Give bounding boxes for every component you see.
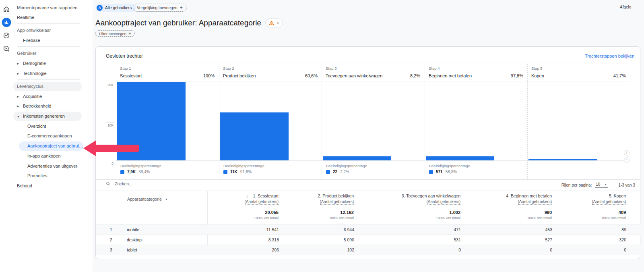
funnel-bar-beginnen-betalen bbox=[426, 156, 494, 160]
pagination-bar: Rijen per pagina: 10▼ 1-3 van 3 bbox=[561, 180, 635, 190]
all-users-chip[interactable]: A Alle gebruikers bbox=[95, 4, 136, 12]
funnel-title: Gesloten trechter bbox=[106, 53, 143, 59]
step-label: Kopen bbox=[531, 73, 544, 78]
date-range-selector[interactable]: Afgelo bbox=[620, 5, 644, 9]
tutorial-arrow-pointer bbox=[83, 140, 140, 156]
column-header-toevoegen-winkelwagen[interactable]: 3. Toevoegen aan winkelwagen (Aantal geb… bbox=[364, 193, 460, 220]
step-number: Stap 1 bbox=[120, 66, 219, 71]
sidebar-divider bbox=[17, 23, 80, 24]
ga4-purchase-journey-screen: Momentopname van rapporten Realtime App-… bbox=[0, 0, 644, 272]
funnel-column-4: Stap 4 Beginnen met betalen97,8% Beëindi… bbox=[425, 64, 527, 179]
column-header-product-bekijken[interactable]: 2. Product bekijken (Aantal gebruikers) … bbox=[257, 193, 354, 220]
row-dimension: tablet bbox=[127, 247, 137, 252]
y-tick-label-0: 0 bbox=[101, 162, 114, 166]
abandonment-block: Beëindigingspercentage 7,9K39,4% bbox=[120, 164, 161, 174]
audience-avatar: A bbox=[97, 5, 103, 11]
chart-zoom-in-button[interactable]: + bbox=[624, 150, 630, 156]
rows-per-page-select[interactable]: 10▼ bbox=[595, 182, 608, 188]
step-number: Stap 4 bbox=[429, 66, 527, 71]
row-dimension: mobile bbox=[127, 227, 139, 232]
chevron-down-icon: ▼ bbox=[604, 183, 607, 186]
legend-square-icon bbox=[223, 170, 227, 174]
y-tick-label-10k: 10K bbox=[101, 123, 114, 127]
triangle-right-icon: ▶ bbox=[17, 102, 19, 111]
step-label: Beginnen met betalen bbox=[429, 73, 472, 78]
funnel-bar-kopen bbox=[528, 159, 597, 160]
legend-square-icon bbox=[326, 170, 330, 174]
column-header-kopen[interactable]: 5. Kopen (Aantal gebruikers) 409 100% va… bbox=[529, 193, 626, 220]
sidebar-divider bbox=[17, 79, 80, 80]
legend-square-icon bbox=[429, 170, 433, 174]
row-index: 2 bbox=[110, 237, 112, 242]
abandonment-block: Beëindigingspercentage 11K91,8% bbox=[223, 164, 264, 174]
table-row-desktop: 2 desktop 8.318 5.090 531 527 320 bbox=[96, 235, 640, 245]
funnel-bar-toevoegen-winkelwagen bbox=[323, 156, 391, 160]
report-nav-sidebar: Momentopname van rapporten Realtime App-… bbox=[13, 0, 93, 272]
data-quality-dropdown[interactable]: ▼ bbox=[265, 19, 283, 27]
home-icon[interactable] bbox=[3, 6, 10, 15]
advertising-icon[interactable] bbox=[3, 45, 10, 54]
step-number: Stap 5 bbox=[531, 66, 630, 71]
funnel-report-card: Gesloten trechter Trechterstappen bekijk… bbox=[95, 46, 640, 259]
funnel-right-border bbox=[630, 64, 630, 179]
search-icon bbox=[106, 181, 111, 186]
column-total: 12.162 bbox=[257, 210, 354, 215]
explore-icon[interactable] bbox=[3, 32, 10, 41]
dimension-header-apparaatcategorie[interactable]: Apparaatcategorie ▼ bbox=[127, 197, 168, 201]
row-index: 3 bbox=[110, 247, 112, 252]
step-rate: 8,2% bbox=[410, 73, 420, 78]
funnel-bar-product-bekijken bbox=[220, 112, 289, 160]
step-rate: 100% bbox=[203, 73, 215, 78]
step-label: Product bekijken bbox=[223, 73, 256, 78]
funnel-column-2: Stap 2 Product bekijken60,6% Beëindiging… bbox=[219, 64, 322, 179]
main-content: A Alle gebruikers Vergelijking toevoegen… bbox=[93, 0, 644, 272]
reports-icon[interactable] bbox=[2, 18, 11, 27]
y-tick-20k bbox=[105, 82, 114, 82]
report-title-row: Aankooptraject van gebruiker: Apparaatca… bbox=[95, 19, 283, 27]
card-divider bbox=[96, 191, 640, 191]
y-tick-label-20k: 20K bbox=[101, 83, 114, 87]
table-search-input[interactable]: Zoeken... bbox=[106, 181, 132, 186]
legend-square-icon bbox=[120, 170, 124, 174]
row-index: 1 bbox=[110, 227, 112, 232]
step-rate: 97,8% bbox=[511, 73, 523, 78]
add-filter-chip[interactable]: Filter toevoegen + bbox=[95, 30, 135, 37]
pagination-range: 1-3 van 3 bbox=[618, 183, 635, 187]
triangle-right-icon: ▶ bbox=[17, 92, 19, 101]
abandonment-block: Beëindigingspercentage 57158,3% bbox=[429, 164, 470, 174]
card-divider bbox=[96, 179, 640, 180]
search-placeholder: Zoeken... bbox=[115, 181, 132, 186]
funnel-column-1: Stap 1 Sessiestart100% Beëindigingsperce… bbox=[116, 64, 219, 179]
plus-icon: + bbox=[180, 5, 183, 10]
column-total: 1.002 bbox=[364, 210, 460, 215]
triangle-down-icon: ▼ bbox=[17, 112, 20, 121]
abandonment-block: Beëindigingspercentage 222,2% bbox=[326, 164, 367, 174]
rows-per-page-label: Rijen per pagina: bbox=[561, 183, 592, 187]
step-number: Stap 2 bbox=[223, 66, 322, 71]
funnel-column-5: Stap 5 Kopen41,7% bbox=[527, 64, 630, 179]
page-title: Aankooptraject van gebruiker: Apparaatca… bbox=[95, 19, 261, 27]
funnel-column-3: Stap 3 Toevoegen aan winkelwagen8,2% Beë… bbox=[322, 64, 424, 179]
plus-icon: + bbox=[128, 31, 131, 36]
sidebar-divider bbox=[17, 46, 80, 47]
row-dimension: desktop bbox=[127, 237, 142, 242]
table-row-mobile: 1 mobile 11.541 6.944 471 453 89 bbox=[96, 224, 640, 235]
chevron-down-icon: ▼ bbox=[277, 22, 279, 25]
step-label: Toevoegen aan winkelwagen bbox=[326, 73, 382, 78]
warning-icon bbox=[269, 21, 274, 25]
step-number: Stap 3 bbox=[326, 66, 424, 71]
step-label: Sessiestart bbox=[120, 73, 142, 78]
audience-bar: A Alle gebruikers Vergelijking toevoegen… bbox=[93, 0, 644, 14]
all-users-label: Alle gebruikers bbox=[105, 6, 132, 10]
column-total: 409 bbox=[529, 210, 626, 215]
view-funnel-steps-link[interactable]: Trechterstappen bekijken bbox=[585, 54, 634, 58]
sort-descending-icon: ↓ bbox=[246, 193, 248, 198]
step-rate: 60,6% bbox=[305, 73, 318, 78]
nav-rail bbox=[0, 0, 13, 272]
y-tick-10k bbox=[105, 122, 114, 123]
add-comparison-chip[interactable]: Vergelijking toevoegen + bbox=[133, 4, 187, 12]
chart-zoom-out-button[interactable]: − bbox=[624, 157, 630, 163]
triangle-right-icon: ▶ bbox=[17, 69, 19, 78]
table-row-tablet: 3 tablet 206 102 0 0 0 bbox=[96, 245, 640, 255]
step-rate: 41,7% bbox=[613, 73, 626, 78]
